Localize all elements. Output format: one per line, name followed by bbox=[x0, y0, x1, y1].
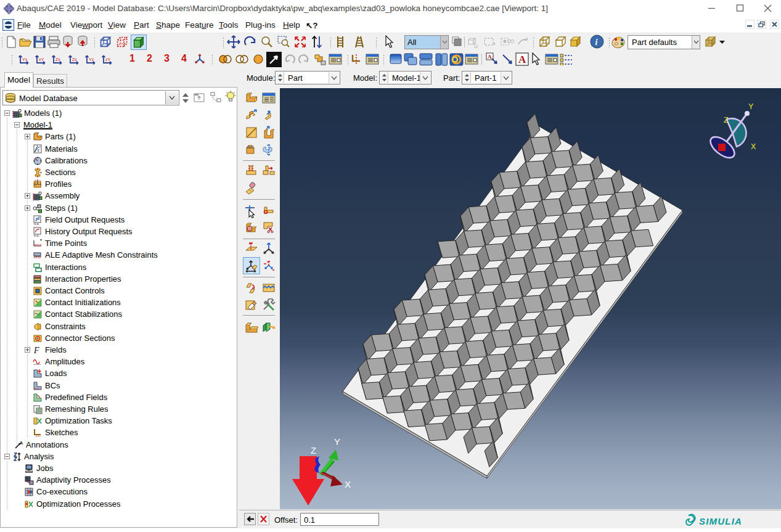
svg-text:A: A bbox=[518, 54, 526, 65]
svg-text:Y: Y bbox=[748, 102, 754, 111]
svg-text:Yz: Yz bbox=[89, 57, 94, 62]
svg-text:Z: Z bbox=[724, 116, 729, 125]
svg-text:Y: Y bbox=[334, 436, 340, 447]
svg-text:Zx: Zx bbox=[55, 57, 60, 62]
svg-text:Yx: Yx bbox=[22, 57, 28, 62]
svg-text:A: A bbox=[20, 441, 23, 445]
svg-text:n.o.: n.o. bbox=[34, 222, 40, 225]
svg-text:A: A bbox=[488, 54, 492, 60]
svg-text:SIMULIA: SIMULIA bbox=[699, 516, 742, 526]
svg-text:X: X bbox=[345, 479, 351, 489]
svg-text:X: X bbox=[751, 142, 756, 151]
svg-text:n.o.: n.o. bbox=[34, 234, 40, 237]
svg-text:Z: Z bbox=[311, 446, 316, 456]
svg-text:xY: xY bbox=[39, 57, 44, 62]
svg-text:zY: zY bbox=[105, 57, 111, 62]
svg-text:i: i bbox=[595, 38, 598, 47]
svg-text:F: F bbox=[33, 346, 39, 355]
svg-text:Zx: Zx bbox=[72, 57, 77, 62]
